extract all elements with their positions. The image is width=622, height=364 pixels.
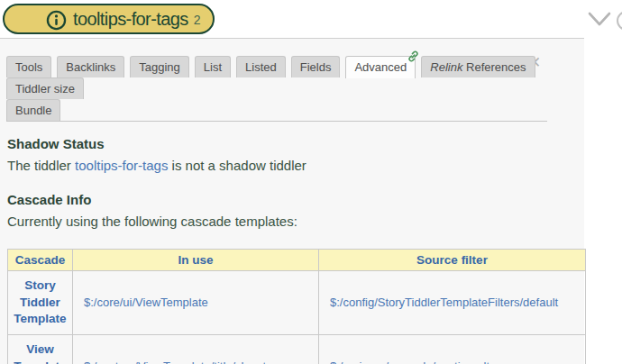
in-use-link[interactable]: $:/custom/ViewTemplate/title/showtag — [84, 359, 279, 364]
cascade-table: Cascade In use Source filter Story Tiddl… — [7, 249, 586, 364]
column-header-source-filter: Source filter — [319, 250, 586, 271]
title-bar: tooltips-for-tags 2 — [0, 0, 622, 38]
info-icon[interactable] — [46, 10, 67, 31]
tab-relink-references[interactable]: Relink References — [421, 56, 535, 77]
tag-pill[interactable]: tooltips-for-tags 2 — [3, 4, 215, 34]
shadow-status-heading: Shadow Status — [7, 136, 577, 151]
source-filter-link[interactable]: $:/springer/cascade/caption-alt — [330, 359, 489, 364]
tab-row-2: Bundle — [6, 99, 547, 121]
cascade-info-heading: Cascade Info — [7, 192, 577, 207]
tab-listed[interactable]: Listed — [236, 56, 286, 77]
cascade-name: Story Tiddler Template — [8, 271, 73, 335]
tab-list[interactable]: List — [195, 56, 231, 77]
tab-tiddler-size[interactable]: Tiddler size — [6, 77, 84, 99]
shadow-status-text: The tiddler tooltips-for-tags is not a s… — [7, 158, 577, 173]
source-filter-link[interactable]: $:/config/StoryTiddlerTemplateFilters/de… — [330, 296, 558, 309]
tab-strip: Tools Backlinks Tagging List Listed Fiel… — [6, 56, 547, 122]
link-icon — [407, 50, 419, 65]
tab-row-1: Tools Backlinks Tagging List Listed Fiel… — [6, 56, 547, 99]
column-header-in-use: In use — [73, 250, 319, 271]
tab-advanced[interactable]: Advanced — [345, 56, 416, 78]
tiddler-info-panel: ✕ Tools Backlinks Tagging List Listed Fi… — [0, 39, 584, 364]
tab-fields[interactable]: Fields — [291, 56, 341, 77]
tab-backlinks[interactable]: Backlinks — [57, 56, 124, 77]
advanced-tab-content: Shadow Status The tiddler tooltips-for-t… — [0, 136, 584, 364]
tab-bundle[interactable]: Bundle — [6, 99, 60, 121]
cascade-table-header-row: Cascade In use Source filter — [8, 250, 586, 271]
tab-tagging[interactable]: Tagging — [130, 56, 189, 77]
tab-tools[interactable]: Tools — [6, 56, 51, 77]
tag-pill-label: tooltips-for-tags — [73, 9, 188, 30]
tiddler-title-link[interactable]: tooltips-for-tags — [75, 158, 168, 173]
table-row: Story Tiddler Template $:/core/ui/ViewTe… — [8, 271, 586, 335]
in-use-link[interactable]: $:/core/ui/ViewTemplate — [84, 296, 208, 309]
chevron-down-icon[interactable] — [587, 11, 612, 32]
cascade-intro-text: Currently using the following cascade te… — [7, 214, 577, 229]
table-row: View Template Title $:/custom/ViewTempla… — [8, 334, 586, 364]
column-header-cascade: Cascade — [8, 250, 73, 271]
tag-pill-count: 2 — [194, 13, 201, 27]
circle-button-icon[interactable] — [614, 10, 622, 35]
cascade-name: View Template Title — [8, 334, 73, 364]
